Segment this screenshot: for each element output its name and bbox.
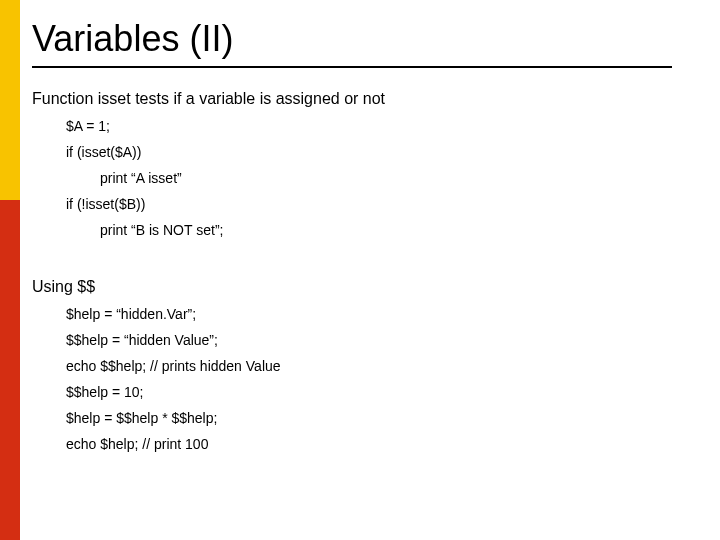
accent-sidebar-bottom <box>0 200 20 540</box>
code-line: if (!isset($B)) <box>66 196 700 212</box>
slide-title: Variables (II) <box>32 18 700 60</box>
accent-sidebar-top <box>0 0 20 200</box>
section-heading-doubledollar: Using $$ <box>32 278 700 296</box>
section-heading-isset: Function isset tests if a variable is as… <box>32 90 700 108</box>
code-line: print “A isset” <box>100 170 700 186</box>
code-line: $$help = 10; <box>66 384 700 400</box>
code-line: print “B is NOT set”; <box>100 222 700 238</box>
accent-sidebar <box>0 0 20 540</box>
code-line: $help = “hidden.Var”; <box>66 306 700 322</box>
slide-content: Variables (II) Function isset tests if a… <box>32 18 700 462</box>
code-line: $$help = “hidden Value”; <box>66 332 700 348</box>
code-line: echo $$help; // prints hidden Value <box>66 358 700 374</box>
title-rule <box>32 66 672 68</box>
code-line: if (isset($A)) <box>66 144 700 160</box>
code-line: $help = $$help * $$help; <box>66 410 700 426</box>
code-line: $A = 1; <box>66 118 700 134</box>
code-line: echo $help; // print 100 <box>66 436 700 452</box>
